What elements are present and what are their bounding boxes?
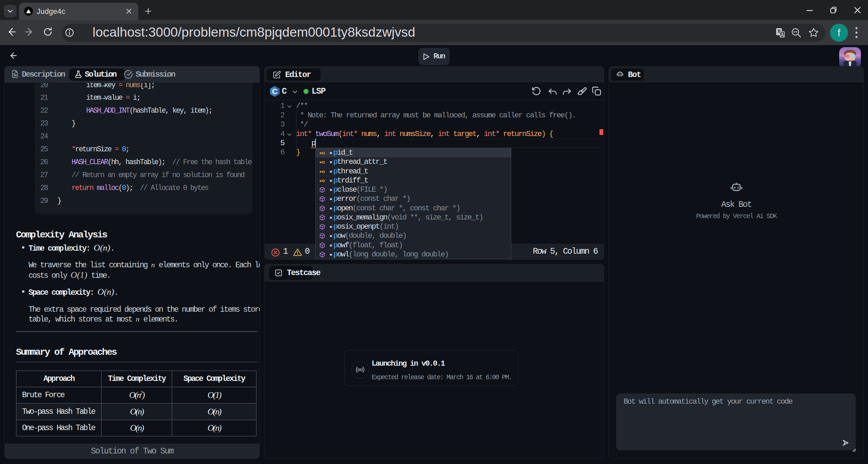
- svg-text:C: C: [272, 87, 277, 96]
